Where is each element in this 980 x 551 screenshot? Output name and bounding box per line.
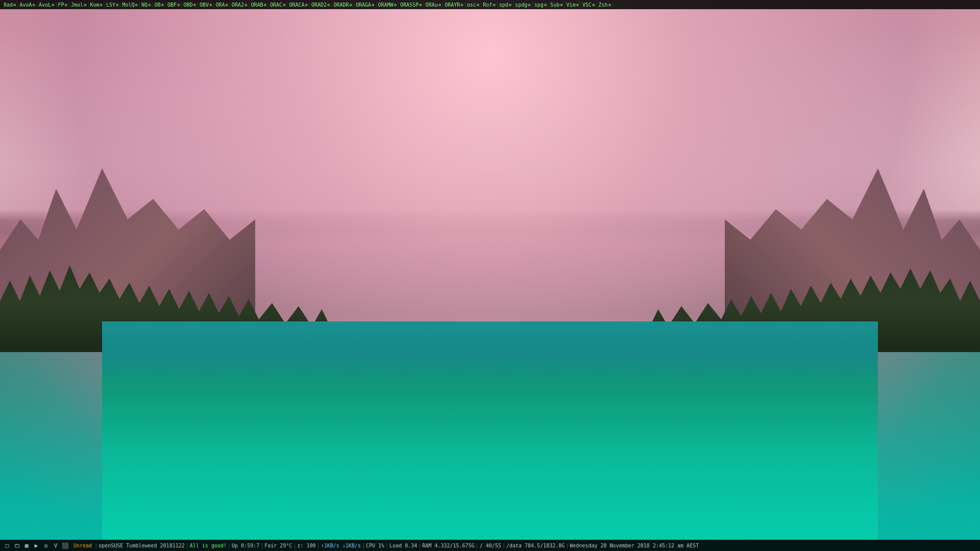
topbar-item-orayr[interactable]: ORAYR♻	[443, 2, 465, 8]
topbar-item-ora2[interactable]: ORA2♻	[230, 2, 250, 8]
topbar-item-lsy[interactable]: LSY♻	[105, 2, 120, 8]
topbar-item-orassp[interactable]: ORASSP♻	[399, 2, 424, 8]
topbar-item-obd[interactable]: OBD♻	[182, 2, 198, 8]
status-uptime: Up 0:59:7	[232, 543, 259, 548]
topbar-item-0ad[interactable]: 0ad♻	[2, 2, 18, 8]
browser-icon[interactable]: ◎	[42, 541, 50, 549]
status-sep5: |	[293, 543, 296, 548]
status-weather: Fair 29°C	[264, 543, 292, 548]
topbar-item-rof[interactable]: Rof♻	[481, 2, 497, 8]
topbar-item-orad2[interactable]: ORAD2♻	[310, 2, 332, 8]
status-load: Load 0.34	[389, 543, 417, 548]
status-sep7: |	[362, 543, 365, 548]
status-datetime: Wednesday 28 November 2018 2:45:12 am AE…	[570, 543, 699, 548]
status-cpu: CPU 1%	[366, 543, 384, 548]
status-zoom: z: 100	[297, 543, 315, 548]
topbar-item-osc[interactable]: osc♻	[465, 2, 481, 8]
topbar-item-oramw[interactable]: ORAMW♻	[377, 2, 399, 8]
topbar-item-kom[interactable]: Kom♻	[89, 2, 105, 8]
topbar-item-spdg[interactable]: spdg♻	[513, 2, 533, 8]
status-sep2: |	[186, 543, 189, 548]
topbar-item-vsc[interactable]: VSC♻	[581, 2, 597, 8]
topbar-item-avoa[interactable]: AvoA♻	[18, 2, 37, 8]
topbar-item-ob[interactable]: OB♻	[153, 2, 165, 8]
status-sep10: |	[476, 543, 479, 548]
bottom-status: Unread | openSUSE Tumbleweed 20181122 | …	[74, 543, 977, 548]
files-icon[interactable]: ▦	[22, 541, 31, 549]
topbar-item-jmol[interactable]: Jmol♻	[69, 2, 89, 8]
top-taskbar: 0ad♻AvoA♻AvoL♻FP♻Jmol♻Kom♻LSY♻MolQ♻NQ♻OB…	[0, 0, 980, 9]
topbar-item-obf[interactable]: OBF♻	[166, 2, 182, 8]
status-sep11: |	[502, 543, 505, 548]
desktop-icon[interactable]: □	[3, 541, 11, 549]
topbar-item-orac[interactable]: ORAC♻	[268, 2, 288, 8]
status-sep9: |	[418, 543, 421, 548]
status-sep6: |	[317, 543, 320, 548]
terminal-icon[interactable]: ▶	[32, 541, 40, 549]
lake	[102, 321, 878, 541]
status-unread: Unread	[74, 543, 92, 548]
topbar-item-spg[interactable]: spg♻	[533, 2, 549, 8]
vpn-icon[interactable]: V	[52, 541, 60, 549]
status-data: /data 784.5/1832.8G	[506, 543, 565, 548]
topbar-item-spd[interactable]: spd♻	[498, 2, 513, 8]
topbar-item-orab[interactable]: ORAB♻	[249, 2, 268, 8]
screenshot-icon[interactable]: ⬛	[61, 541, 69, 549]
topbar-item-nq[interactable]: NQ♻	[140, 2, 153, 8]
status-sep12: |	[566, 543, 569, 548]
topbar-item-zsh[interactable]: Zsh♻	[597, 2, 613, 8]
status-distro: openSUSE Tumbleweed 20181122	[99, 543, 185, 548]
status-network: ↑1KB/s ↓1KB/s	[321, 543, 361, 548]
topbar-item-ora[interactable]: ORA♻	[214, 2, 230, 8]
folder-icon[interactable]: 🗀	[13, 541, 21, 549]
bottom-left-icons: □ 🗀 ▦ ▶ ◎ V ⬛	[3, 541, 69, 549]
topbar-item-orau[interactable]: ORAu♻	[424, 2, 444, 8]
topbar-item-oradr[interactable]: ORADR♻	[332, 2, 354, 8]
status-sep3: |	[228, 543, 231, 548]
status-ram: RAM 4.332/15.675G	[422, 543, 474, 548]
topbar-item-fp[interactable]: FP♻	[57, 2, 69, 8]
topbar-item-vim[interactable]: Vim♻	[565, 2, 581, 8]
status-swap: / 40/55	[480, 543, 501, 548]
topbar-item-molq[interactable]: MolQ♻	[120, 2, 140, 8]
status-sep4: |	[260, 543, 263, 548]
status-sep1: |	[94, 543, 97, 548]
status-all-good: All is good!	[190, 543, 227, 548]
topbar-item-oraca[interactable]: ORACA♻	[287, 2, 310, 8]
topbar-item-avol[interactable]: AvoL♻	[37, 2, 57, 8]
topbar-item-oraga[interactable]: ORAGA♻	[354, 2, 377, 8]
topbar-item-sub[interactable]: Sub♻	[549, 2, 565, 8]
bottom-taskbar: □ 🗀 ▦ ▶ ◎ V ⬛ Unread | openSUSE Tumblewe…	[0, 540, 980, 551]
status-sep8: |	[385, 543, 388, 548]
desktop: 0ad♻AvoA♻AvoL♻FP♻Jmol♻Kom♻LSY♻MolQ♻NQ♻OB…	[0, 0, 980, 551]
topbar-item-obv[interactable]: OBV♻	[198, 2, 214, 8]
